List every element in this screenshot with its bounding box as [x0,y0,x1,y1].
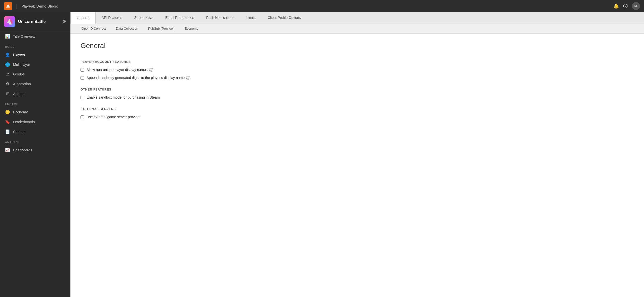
dashboards-icon: 📈 [5,148,10,152]
sidebar-label-leaderboards: Leaderboards [13,120,35,124]
checkbox-text-non-unique: Allow non-unique player display names [87,68,148,72]
sidebar-item-multiplayer[interactable]: 🌐 Multiplayer [0,60,70,69]
chart-icon: 📊 [5,34,10,39]
sidebar-item-content[interactable]: 📄 Content [0,127,70,137]
tab-general[interactable]: General [70,12,96,24]
tab-economy[interactable]: Economy [180,24,203,33]
checkbox-label-non-unique: Allow non-unique player display names ⓘ [87,68,153,72]
svg-text:?: ? [625,5,626,8]
sidebar: 🦄 Unicorn Battle ⚙ 📊 Title Overview BUIL… [0,12,70,297]
section-build-label: BUILD [0,41,70,50]
tab-api-features[interactable]: API Features [96,12,128,24]
content-panel: General PLAYER ACCOUNT FEATURES Allow no… [70,34,644,297]
tab-secret-keys[interactable]: Secret Keys [128,12,159,24]
automation-icon: ⚙ [5,81,10,86]
sidebar-label-title-overview: Title Overview [13,34,35,38]
content-icon: 📄 [5,129,10,134]
sidebar-label-groups: Groups [13,72,25,76]
game-icon: 🦄 [4,16,15,27]
tab-email-preferences[interactable]: Email Preferences [159,12,200,24]
sidebar-item-leaderboards[interactable]: 🔖 Leaderboards [0,117,70,127]
user-avatar[interactable]: KE [632,2,640,10]
checkbox-label-append-digits: Append randomly generated digits to the … [87,76,190,80]
tab-bar-primary: General API Features Secret Keys Email P… [70,12,644,24]
playfab-logo[interactable] [4,2,12,10]
sidebar-item-dashboards[interactable]: 📈 Dashboards [0,145,70,155]
tab-data-collection[interactable]: Data Collection [111,24,143,33]
sidebar-label-dashboards: Dashboards [13,148,32,152]
sidebar-settings-icon[interactable]: ⚙ [62,19,66,24]
topbar-actions: 🔔 ? KE [613,2,640,10]
sidebar-label-players: Players [13,53,25,57]
groups-icon: 🗂 [5,72,10,76]
checkbox-append-digits[interactable] [80,76,84,80]
layout: 🦄 Unicorn Battle ⚙ 📊 Title Overview BUIL… [0,12,644,297]
sidebar-label-addons: Add-ons [13,92,26,96]
section-player-account-heading: PLAYER ACCOUNT FEATURES [80,60,634,64]
tab-openid-connect[interactable]: OpenID Connect [76,24,111,33]
notifications-icon[interactable]: 🔔 [613,3,619,9]
sidebar-label-automation: Automation [13,82,31,86]
sidebar-item-automation[interactable]: ⚙ Automation [0,79,70,89]
checkbox-external-server[interactable] [80,115,84,119]
game-title: Unicorn Battle [18,19,46,24]
topbar: | PlayFab Demo Studio 🔔 ? KE [0,0,644,12]
tab-bar-secondary: OpenID Connect Data Collection PubSub (P… [70,24,644,34]
sidebar-label-multiplayer: Multiplayer [13,63,30,67]
checkbox-sandbox-mode[interactable] [80,96,84,99]
sidebar-label-content: Content [13,130,25,134]
multiplayer-icon: 🌐 [5,62,10,67]
leaderboards-icon: 🔖 [5,119,10,124]
help-icon[interactable]: ? [623,4,628,9]
checkbox-non-unique-names[interactable] [80,68,84,72]
checkbox-row-sandbox: Enable sandbox mode for purchasing in St… [80,95,634,99]
section-analyze-label: ANALYZE [0,137,70,145]
main-content-area: General API Features Secret Keys Email P… [70,12,644,297]
tab-pubsub-preview[interactable]: PubSub (Preview) [143,24,180,33]
checkbox-text-append-digits: Append randomly generated digits to the … [87,76,185,80]
sidebar-header: 🦄 Unicorn Battle ⚙ [0,12,70,31]
sidebar-item-addons[interactable]: ⊞ Add-ons [0,89,70,99]
info-icon-append-digits[interactable]: ⓘ [186,76,190,80]
page-title: General [80,42,634,54]
economy-icon: 🪙 [5,110,10,114]
players-icon: 👤 [5,52,10,57]
sidebar-label-economy: Economy [13,110,28,114]
tab-push-notifications[interactable]: Push Notifications [200,12,240,24]
info-icon-non-unique[interactable]: ⓘ [149,68,153,72]
studio-name: PlayFab Demo Studio [21,4,610,8]
checkbox-row-external-server: Use external game server provider [80,115,634,119]
sidebar-item-groups[interactable]: 🗂 Groups [0,69,70,79]
section-other-features-heading: OTHER FEATURES [80,88,634,91]
checkbox-row-non-unique: Allow non-unique player display names ⓘ [80,68,634,72]
checkbox-row-append-digits: Append randomly generated digits to the … [80,76,634,80]
svg-marker-0 [6,4,10,8]
section-engage-label: ENGAGE [0,99,70,107]
checkbox-text-external-server: Use external game server provider [87,115,141,119]
sidebar-item-economy[interactable]: 🪙 Economy [0,107,70,117]
sidebar-item-players[interactable]: 👤 Players [0,50,70,60]
tab-client-profile-options[interactable]: Client Profile Options [262,12,307,24]
topbar-divider: | [16,3,17,9]
addons-icon: ⊞ [5,91,10,96]
checkbox-text-sandbox: Enable sandbox mode for purchasing in St… [87,95,160,99]
section-external-servers-heading: EXTERNAL SERVERS [80,107,634,111]
sidebar-item-title-overview[interactable]: 📊 Title Overview [0,31,70,41]
tab-limits[interactable]: Limits [240,12,262,24]
